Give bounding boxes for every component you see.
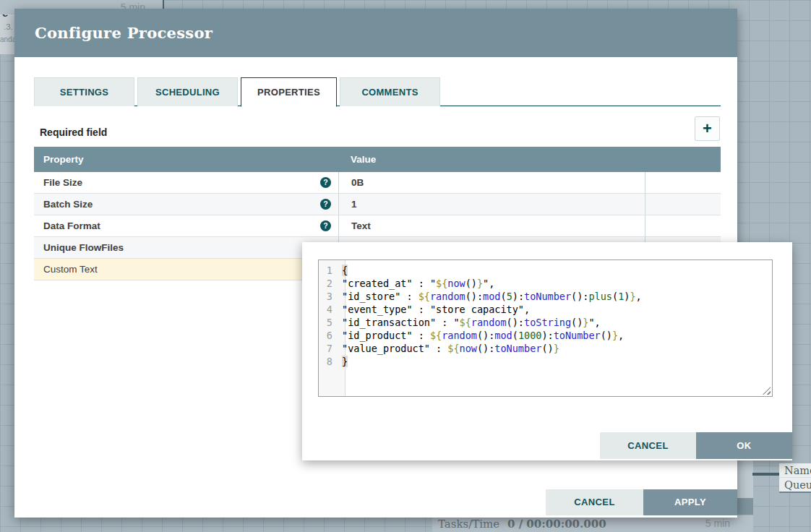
code-line: 6"id_product" : ${random():mod(1000):toN… xyxy=(319,329,772,342)
tasks-time-value: 0 / 00:00:00.000 xyxy=(507,518,606,531)
property-name: Custom Text xyxy=(43,264,98,275)
property-name-cell: Data Format? xyxy=(34,215,338,236)
code-line: 3"id_store" : ${random():mod(5):toNumber… xyxy=(319,290,772,303)
row-spacer-cell xyxy=(645,215,721,236)
tab-bar: SETTINGS SCHEDULING PROPERTIES COMMENTS xyxy=(34,77,721,106)
dialog-title: Configure Processor xyxy=(35,24,213,42)
tasks-time-label: Tasks/Time xyxy=(438,518,499,531)
property-name: File Size xyxy=(43,177,82,188)
property-row[interactable]: Batch Size?1 xyxy=(34,194,721,215)
processor-version-fragment: .3. xyxy=(4,22,13,31)
line-number: 6 xyxy=(319,329,340,342)
code-lines: 1{2"created_at" : "${now()}",3"id_store"… xyxy=(319,264,772,368)
popup-ok-button[interactable]: OK xyxy=(696,432,792,459)
connection-label-box[interactable]: Name Queue xyxy=(779,463,811,493)
property-value-cell[interactable]: 0B xyxy=(338,172,645,193)
column-header-value: Value xyxy=(338,147,645,172)
property-row[interactable]: Data Format?Text xyxy=(34,215,721,237)
apply-button[interactable]: APPLY xyxy=(643,489,737,515)
code-line: 5"id_transaction" : "${random():toString… xyxy=(319,316,772,329)
help-icon[interactable]: ? xyxy=(320,220,331,231)
code-line: 1{ xyxy=(319,264,772,277)
cancel-button[interactable]: CANCEL xyxy=(546,489,643,515)
value-editor-popup: 1{2"created_at" : "${now()}",3"id_store"… xyxy=(302,242,792,460)
property-row[interactable]: File Size?0B xyxy=(34,172,721,194)
line-number: 7 xyxy=(319,342,340,355)
tab-comments[interactable]: COMMENTS xyxy=(340,77,440,106)
property-name-cell: Custom Text xyxy=(34,259,338,280)
processor-fragment-block xyxy=(737,498,753,515)
property-name-cell: Unique FlowFiles xyxy=(34,237,338,258)
required-field-label: Required field xyxy=(40,126,107,138)
code-line: 7"value_product" : ${now():toNumber()} xyxy=(319,342,772,355)
line-number: 1 xyxy=(319,264,340,277)
property-value-cell[interactable]: Text xyxy=(338,215,645,236)
dialog-header: Configure Processor xyxy=(14,9,737,57)
tab-settings[interactable]: SETTINGS xyxy=(34,77,134,106)
tab-properties[interactable]: PROPERTIES xyxy=(241,77,337,107)
code-line: 4"event_type" : "store capacity", xyxy=(319,303,772,316)
table-header: Property Value xyxy=(34,147,721,172)
tab-scheduling[interactable]: SCHEDULING xyxy=(137,77,238,106)
help-icon[interactable]: ? xyxy=(320,177,331,188)
processor-bundle-fragment: anda xyxy=(0,35,16,43)
row-spacer-cell xyxy=(645,194,721,215)
connection-line[interactable] xyxy=(752,473,783,476)
popup-cancel-button[interactable]: CANCEL xyxy=(600,432,696,459)
line-number: 2 xyxy=(319,277,340,290)
connection-name-label: Name xyxy=(779,463,811,478)
code-line: 8} xyxy=(319,355,772,368)
property-name: Unique FlowFiles xyxy=(43,242,124,253)
property-name-cell: File Size? xyxy=(34,172,338,193)
line-number: 3 xyxy=(319,290,340,303)
code-editor[interactable]: 1{2"created_at" : "${now()}",3"id_store"… xyxy=(318,259,773,397)
property-name-cell: Batch Size? xyxy=(34,194,338,215)
property-name: Data Format xyxy=(43,220,100,231)
column-header-property: Property xyxy=(34,147,338,172)
connection-queue-label: Queue xyxy=(779,478,811,492)
code-line: 2"created_at" : "${now()}", xyxy=(319,277,772,290)
line-number: 5 xyxy=(319,316,340,329)
add-property-button[interactable]: + xyxy=(695,116,720,141)
help-icon[interactable]: ? xyxy=(320,199,331,210)
line-number: 4 xyxy=(319,303,340,316)
line-number: 8 xyxy=(319,355,340,368)
resize-handle-icon[interactable] xyxy=(763,387,771,395)
property-value-cell[interactable]: 1 xyxy=(338,194,645,215)
row-spacer-cell xyxy=(645,172,721,193)
property-name: Batch Size xyxy=(43,199,93,210)
stats-window-label: 5 min xyxy=(705,518,730,529)
